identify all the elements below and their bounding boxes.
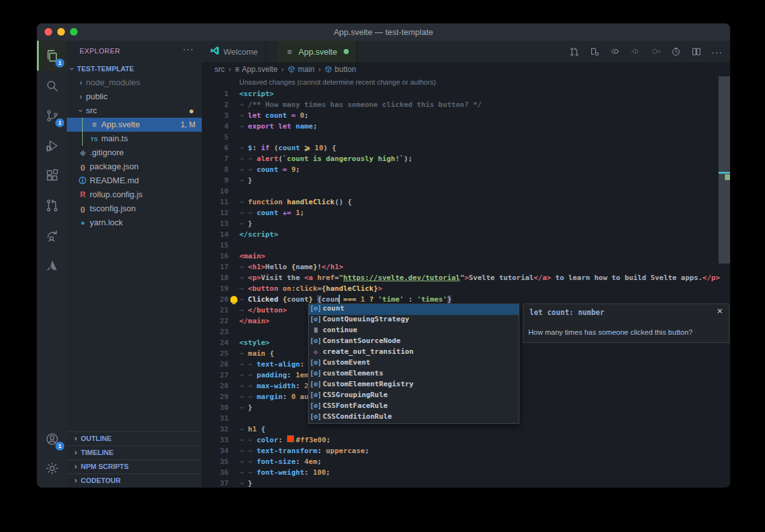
sidebar-panel-codetour[interactable]: ›CODETOUR	[67, 473, 202, 487]
tree-item-rollup.config.js[interactable]: Rrollup.config.js	[67, 188, 202, 202]
scrollbar-slider[interactable]	[719, 76, 730, 263]
sidebar-panel-timeline[interactable]: ›TIMELINE	[67, 445, 202, 459]
activity-settings-gear[interactable]	[37, 453, 67, 483]
rollup-file-icon: R	[77, 188, 88, 202]
breadcrumb-item-src[interactable]: src	[214, 65, 225, 74]
code-line-6[interactable]: 6→ $: if (count ⩾ 10) {	[202, 143, 730, 153]
line-number: 11	[202, 197, 228, 207]
code-line-2[interactable]: 2→ /** How many times has someone clicke…	[202, 99, 730, 110]
activity-extensions[interactable]	[37, 160, 67, 190]
activity-run-debug[interactable]	[37, 130, 67, 160]
suggestion-item-CSSFontFaceRule[interactable]: [⊘]CSSFontFaceRule	[309, 402, 519, 412]
code-line-15[interactable]: 15	[202, 240, 730, 251]
code-line-7[interactable]: 7→ → alert(`count is dangerously high!`)…	[202, 153, 730, 164]
line-number: 30	[202, 402, 228, 413]
git-merge-icon[interactable]	[566, 44, 582, 60]
activity-github-pr[interactable]	[37, 190, 67, 220]
sidebar-more-actions-icon[interactable]: ···	[183, 43, 194, 54]
suggestion-item-ConstantSourceNode[interactable]: [⊘]ConstantSourceNode	[309, 337, 519, 347]
suggestion-item-continue[interactable]: ≣continue	[309, 326, 519, 337]
code-line-10[interactable]: 10	[202, 186, 730, 197]
sidebar-panels: ›OUTLINE›TIMELINE›NPM SCRIPTS›CODETOUR	[67, 431, 202, 487]
activity-azure[interactable]	[37, 250, 67, 280]
code-line-35[interactable]: 35→ → font-size: 4em;	[202, 456, 730, 467]
color-swatch[interactable]	[287, 435, 294, 442]
close-icon[interactable]: ✕	[717, 307, 723, 316]
sidebar-panel-npm-scripts[interactable]: ›NPM SCRIPTS	[67, 459, 202, 473]
code-line-14[interactable]: 14</script>	[202, 229, 730, 240]
code-line-19[interactable]: 19→ <button on:click={handleClick}>	[202, 283, 730, 294]
open-changes-icon[interactable]	[587, 44, 603, 60]
tree-item-node_modules[interactable]: ›node_modules	[67, 76, 202, 90]
editor-scrollbar[interactable]	[719, 76, 730, 487]
code-line-17[interactable]: 17→ <h1>Hello {name}!</h1>	[202, 262, 730, 272]
activity-source-control[interactable]: 1	[37, 101, 67, 130]
code-line-16[interactable]: 16<main>	[202, 251, 730, 262]
tree-item-.gitignore[interactable]: ◆.gitignore	[67, 146, 202, 160]
editor-body[interactable]: Unsaved changes (cannot determine recent…	[202, 76, 730, 487]
code-text: → main {	[239, 348, 274, 359]
title-bar[interactable]: App.svelte — test-template	[37, 24, 730, 41]
suggestion-item-CustomEvent[interactable]: [⊘]CustomEvent	[309, 358, 519, 369]
tab-welcome[interactable]: Welcome	[202, 41, 266, 62]
line-number: 33	[202, 435, 228, 445]
code-line-34[interactable]: 34→ → text-transform: uppercase;	[202, 445, 730, 456]
breadcrumb-separator: ›	[281, 65, 284, 74]
activity-live-share[interactable]	[37, 220, 67, 250]
breadcrumb[interactable]: src›≡App.svelte›main›button	[202, 63, 730, 76]
info-file-icon: ⓘ	[77, 174, 88, 188]
code-line-12[interactable]: 12→ → count += 1;	[202, 207, 730, 218]
code-line-32[interactable]: 32→ h1 {	[202, 424, 730, 435]
more-actions-icon[interactable]: ···	[709, 44, 725, 60]
suggestion-item-create_out_transition[interactable]: ◇create_out_transition	[309, 347, 519, 358]
code-line-36[interactable]: 36→ → font-weight: 100;	[202, 467, 730, 478]
suggestion-item-count[interactable]: [⊘]count	[309, 304, 519, 315]
activity-files[interactable]: 1	[37, 41, 67, 71]
code-text: → → alert(`count is dangerously high!`);	[239, 153, 412, 164]
line-number: 29	[202, 391, 228, 402]
code-line-4[interactable]: 4→ export let name;	[202, 121, 730, 132]
tree-item-README.md[interactable]: ⓘREADME.md	[67, 174, 202, 188]
code-line-5[interactable]: 5	[202, 132, 730, 143]
tree-item-public[interactable]: ›public	[67, 90, 202, 104]
tree-item-package.json[interactable]: {}package.json	[67, 160, 202, 174]
tree-item-main.ts[interactable]: TSmain.ts	[67, 132, 202, 146]
code-line-11[interactable]: 11→ function handleClick() {	[202, 197, 730, 207]
tree-item-yarn.lock[interactable]: ●yarn.lock	[67, 216, 202, 230]
timeline-run-icon[interactable]	[668, 44, 684, 60]
breadcrumb-item-main[interactable]: main	[288, 65, 314, 74]
activity-account[interactable]: 1	[37, 424, 67, 454]
breadcrumb-item-app-svelte[interactable]: ≡App.svelte	[235, 65, 277, 74]
suggestion-item-CSSConditionRule[interactable]: [⊘]CSSConditionRule	[309, 412, 519, 423]
go-back-icon[interactable]	[607, 44, 623, 60]
workspace-root-item[interactable]: ›TEST-TEMPLATE	[67, 62, 202, 76]
symbol-variable-icon: [⊘]	[309, 305, 323, 312]
tree-item-tsconfig.json[interactable]: {}tsconfig.json	[67, 202, 202, 216]
line-number: 16	[202, 251, 228, 262]
breadcrumb-item-button[interactable]: button	[325, 65, 356, 74]
code-line-13[interactable]: 13→ }	[202, 218, 730, 229]
code-line-33[interactable]: 33→ → color: #ff3e00;	[202, 435, 730, 445]
code-line-1[interactable]: 1<script>	[202, 88, 730, 99]
code-line-3[interactable]: 3→ let count = 0;	[202, 110, 730, 121]
previous-change-icon	[628, 44, 643, 60]
activity-badge: 1	[55, 118, 64, 127]
suggestion-item-CountQueuingStrategy[interactable]: [⊘]CountQueuingStrategy	[309, 315, 519, 326]
line-number: 27	[202, 370, 228, 381]
activity-search[interactable]	[37, 71, 67, 101]
suggestion-item-CustomElementRegistry[interactable]: [⊘]CustomElementRegistry	[309, 380, 519, 391]
tree-item-App.svelte[interactable]: ≡App.svelte1, M	[67, 118, 202, 132]
split-editor-icon[interactable]	[689, 44, 705, 60]
code-line-18[interactable]: 18→ <p>Visit the <a href="https://svelte…	[202, 272, 730, 283]
sidebar-panel-outline[interactable]: ›OUTLINE	[67, 431, 202, 445]
suggestion-item-customElements[interactable]: [⊘]customElements	[309, 369, 519, 380]
symbol-keyword-icon: ≣	[309, 326, 323, 333]
lightbulb-icon[interactable]	[230, 296, 237, 303]
tree-item-src[interactable]: ›src●	[67, 104, 202, 118]
tab-app-svelte[interactable]: ≡App.svelte	[277, 41, 357, 62]
suggestion-item-CSSGroupingRule[interactable]: [⊘]CSSGroupingRule	[309, 391, 519, 402]
line-number: 34	[202, 445, 228, 456]
code-line-8[interactable]: 8→ → count = 9;	[202, 164, 730, 175]
code-line-37[interactable]: 37→ }	[202, 478, 730, 487]
code-line-9[interactable]: 9→ }	[202, 175, 730, 186]
